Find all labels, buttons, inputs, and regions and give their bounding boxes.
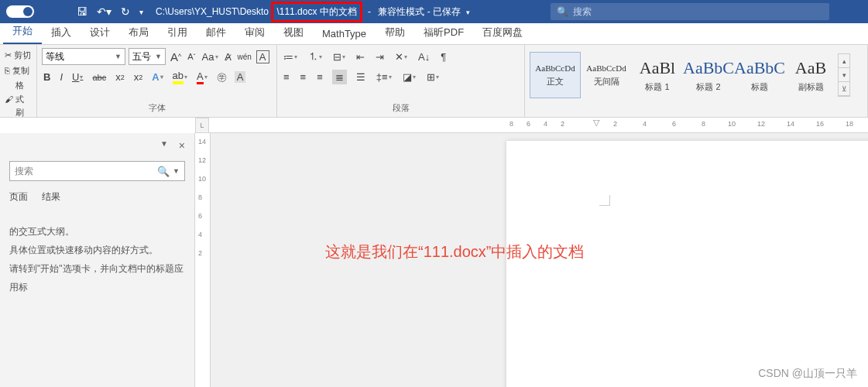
save-icon[interactable]: 🖫 xyxy=(77,5,87,18)
shrink-font-button[interactable]: Aˇ xyxy=(186,50,197,63)
phonetic-button[interactable]: wén xyxy=(236,51,253,63)
char-border-button[interactable]: A xyxy=(256,50,269,63)
numbering-button[interactable]: ⒈▾ xyxy=(307,48,324,65)
title-compat: 兼容性模式 xyxy=(378,6,424,17)
styles-scroll: ▴ ▾ ⊻ xyxy=(838,53,850,97)
style-normal[interactable]: AaBbCcDd正文 xyxy=(530,52,581,98)
nav-tab-pages[interactable]: 页面 xyxy=(9,190,28,207)
ribbon: ✂剪切 ⎘复制 🖌格式刷 等线▼ 五号▼ A^ Aˇ Aa▾ A̷ wén A … xyxy=(0,45,868,118)
grow-font-button[interactable]: A^ xyxy=(169,49,183,65)
title-search-input[interactable] xyxy=(573,6,823,17)
bullets-button[interactable]: ≔▾ xyxy=(282,50,299,64)
enclose-char-button[interactable]: ㊫ xyxy=(215,69,228,86)
tab-mailings[interactable]: 邮件 xyxy=(197,21,235,44)
tab-insert[interactable]: 插入 xyxy=(42,21,81,44)
page[interactable] xyxy=(506,141,868,387)
style-subtitle[interactable]: AaB副标题 xyxy=(785,52,836,98)
styles-gallery: ▴ ▾ ⊻ AaBbCcDd正文 AaBbCcDd无间隔 AaBl标题 1 Aa… xyxy=(530,48,863,102)
tab-layout[interactable]: 布局 xyxy=(119,21,158,44)
italic-button[interactable]: I xyxy=(58,70,64,84)
tab-design[interactable]: 设计 xyxy=(81,21,119,44)
title-saved: 已保存 xyxy=(433,6,461,17)
increase-indent-button[interactable]: ⇥ xyxy=(374,50,386,64)
tab-references[interactable]: 引用 xyxy=(158,21,197,44)
group-styles: ▴ ▾ ⊻ AaBbCcDd正文 AaBbCcDd无间隔 AaBl标题 1 Aa… xyxy=(525,45,868,117)
char-shading-button[interactable]: A xyxy=(235,71,246,83)
style-heading1[interactable]: AaBl标题 1 xyxy=(632,52,683,98)
line-spacing-button[interactable]: ‡≡▾ xyxy=(375,70,393,84)
tab-mathtype[interactable]: MathType xyxy=(313,23,376,44)
nav-search[interactable]: 🔍 ▼ xyxy=(9,161,185,181)
quick-access-toolbar: 🖫 ↶▾ ↻ ▾ xyxy=(77,5,143,18)
title-search[interactable]: 🔍 xyxy=(551,3,829,20)
highlight-button[interactable]: ab▾ xyxy=(171,68,189,86)
group-clipboard: ✂剪切 ⎘复制 🖌格式刷 xyxy=(0,45,37,117)
clear-format-button[interactable]: A̷ xyxy=(223,50,233,64)
title-path-prefix: C:\Users\YX_HUST\Deskto xyxy=(156,6,269,17)
chevron-down-icon: ▼ xyxy=(115,53,122,60)
nav-close-button[interactable]: × xyxy=(179,139,185,152)
align-right-button[interactable]: ≡ xyxy=(315,70,324,84)
chevron-down-icon[interactable]: ▼ xyxy=(173,167,180,175)
shading-button[interactable]: ◪▾ xyxy=(401,70,417,84)
align-center-button[interactable]: ≡ xyxy=(299,70,308,84)
change-case-button[interactable]: Aa▾ xyxy=(201,50,220,64)
asian-layout-button[interactable]: ✕▾ xyxy=(393,50,409,64)
subscript-button[interactable]: x2 xyxy=(114,70,126,84)
tab-view[interactable]: 视图 xyxy=(274,21,313,44)
search-icon[interactable]: 🔍 xyxy=(157,166,170,177)
group-font-label: 字体 xyxy=(42,102,272,115)
superscript-button[interactable]: x2 xyxy=(132,70,145,84)
toggle-knob xyxy=(23,7,33,16)
styles-down-button[interactable]: ▾ xyxy=(839,68,849,82)
search-icon: 🔍 xyxy=(557,6,568,17)
ruler-vertical[interactable]: 14 12 10 8 6 4 2 xyxy=(195,133,211,387)
window-title: C:\Users\YX_HUST\Deskto \111.docx 中的文档 -… xyxy=(156,2,470,22)
justify-button[interactable]: ≣ xyxy=(332,70,347,84)
borders-button[interactable]: ⊞▾ xyxy=(425,70,441,84)
nav-options-button[interactable]: ▼ xyxy=(160,139,168,148)
align-left-button[interactable]: ≡ xyxy=(282,70,291,84)
text-effects-button[interactable]: A▾ xyxy=(150,70,164,84)
tab-baidu[interactable]: 百度网盘 xyxy=(473,21,532,44)
font-size-combo[interactable]: 五号▼ xyxy=(129,48,166,65)
group-paragraph: ≔▾ ⒈▾ ⊟▾ ⇤ ⇥ ✕▾ A↓ ¶ ≡ ≡ ≡ ≣ ☰ ‡≡▾ ◪▾ ⊞▾… xyxy=(277,45,525,117)
show-marks-button[interactable]: ¶ xyxy=(439,50,448,64)
nav-search-input[interactable] xyxy=(15,166,157,176)
font-name-combo[interactable]: 等线▼ xyxy=(42,48,125,65)
nav-tabs: 页面 结果 xyxy=(9,190,185,207)
style-title[interactable]: AaBbC标题 xyxy=(734,52,785,98)
cut-button[interactable]: ✂剪切 xyxy=(5,48,32,63)
margin-marker-icon xyxy=(599,195,610,206)
tab-help[interactable]: 帮助 xyxy=(376,21,414,44)
styles-up-button[interactable]: ▴ xyxy=(839,54,849,68)
qat-more-icon[interactable]: ▾ xyxy=(139,8,143,16)
autosave-toggle[interactable]: 关 xyxy=(6,5,34,18)
chevron-down-icon: ▼ xyxy=(155,53,162,60)
indent-marker-icon[interactable]: ▽ xyxy=(593,118,599,128)
copy-button[interactable]: ⎘复制 xyxy=(5,63,32,79)
undo-icon[interactable]: ↶▾ xyxy=(97,5,112,18)
style-nospacing[interactable]: AaBbCcDd无间隔 xyxy=(581,52,632,98)
document-area[interactable]: 这就是我们在“111.docx”中插入的文档 xyxy=(211,133,868,387)
main-area: × ▼ 🔍 ▼ 页面 结果 的交互式大纲。 具体位置或快速移动内容的好方式。 请… xyxy=(0,133,868,387)
ruler-horizontal[interactable]: 8 6 4 2 ▽ 2 4 6 8 10 12 14 16 18 20 22 2… xyxy=(209,118,868,133)
distribute-button[interactable]: ☰ xyxy=(355,70,367,84)
underline-button[interactable]: U▾ xyxy=(70,70,84,84)
style-heading2[interactable]: AaBbC标题 2 xyxy=(683,52,734,98)
group-font: 等线▼ 五号▼ A^ Aˇ Aa▾ A̷ wén A B I U▾ abc x2… xyxy=(37,45,277,117)
nav-text-line: 具体位置或快速移动内容的好方式。 xyxy=(9,241,185,259)
bold-button[interactable]: B xyxy=(42,70,52,84)
strike-button[interactable]: abc xyxy=(91,71,108,84)
decrease-indent-button[interactable]: ⇤ xyxy=(355,50,366,64)
multilevel-button[interactable]: ⊟▾ xyxy=(331,50,347,64)
font-color-button[interactable]: A▾ xyxy=(195,69,209,86)
ruler-corner: L xyxy=(195,118,209,133)
styles-more-button[interactable]: ⊻ xyxy=(839,82,849,96)
redo-icon[interactable]: ↻ xyxy=(121,5,130,18)
tab-review[interactable]: 审阅 xyxy=(235,21,274,44)
sort-button[interactable]: A↓ xyxy=(417,50,431,64)
format-painter-button[interactable]: 🖌格式刷 xyxy=(5,78,32,121)
nav-tab-results[interactable]: 结果 xyxy=(42,190,60,207)
tab-foxit[interactable]: 福昕PDF xyxy=(414,21,473,44)
